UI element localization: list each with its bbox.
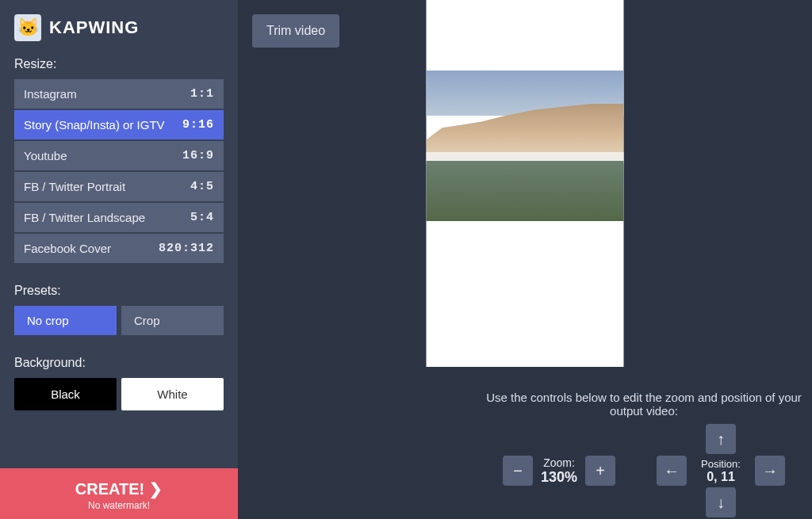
zoom-out-button[interactable]: − — [503, 456, 533, 486]
ratio-value: 16:9 — [182, 149, 214, 162]
hint-text: Use the controls below to edit the zoom … — [476, 391, 812, 418]
water-region — [427, 161, 624, 221]
main: Trim video Use the controls below to edi… — [238, 0, 812, 519]
arrow-down-icon: ↓ — [717, 494, 725, 512]
ratio-fb-twitter-portrait[interactable]: FB / Twitter Portrait 4:5 — [14, 172, 224, 201]
ratio-fb-twitter-landscape[interactable]: FB / Twitter Landscape 5:4 — [14, 203, 224, 232]
cat-icon: 🐱 — [17, 17, 39, 38]
video-canvas[interactable] — [427, 0, 624, 367]
ratio-label: Facebook Cover — [24, 242, 111, 255]
ratio-label: Story (Snap/Insta) or IGTV — [24, 118, 165, 132]
ratio-label: FB / Twitter Portrait — [24, 180, 125, 193]
create-main-row: CREATE! ❯ — [75, 479, 163, 498]
preset-crop[interactable]: Crop — [121, 306, 224, 335]
logo-icon: 🐱 — [14, 14, 41, 41]
controls: − Zoom: 130% + ↑ ← Position: 0, 11 → ↓ — [476, 424, 812, 517]
zoom-in-button[interactable]: + — [585, 456, 615, 486]
position-value: 0, 11 — [701, 470, 741, 484]
position-up-button[interactable]: ↑ — [706, 424, 736, 454]
background-white[interactable]: White — [121, 378, 224, 410]
background-label: Background: — [14, 356, 224, 370]
preset-no-crop[interactable]: No crop — [14, 306, 117, 335]
ratio-instagram[interactable]: Instagram 1:1 — [14, 79, 224, 109]
ratio-story-igtv[interactable]: Story (Snap/Insta) or IGTV 9:16 — [14, 110, 224, 139]
app-name: KAPWING — [49, 17, 139, 38]
position-label: Position: — [701, 458, 741, 470]
arrow-up-icon: ↑ — [717, 430, 725, 448]
zoom-controls: − Zoom: 130% + — [503, 456, 615, 486]
plus-icon: + — [596, 462, 605, 480]
background-black[interactable]: Black — [14, 378, 117, 410]
presets-label: Presets: — [14, 284, 224, 298]
resize-label: Resize: — [14, 57, 224, 71]
video-frame — [427, 71, 624, 221]
create-label: CREATE! — [75, 480, 144, 498]
ratio-value: 9:16 — [182, 118, 214, 132]
zoom-label: Zoom: — [541, 456, 577, 469]
ratio-youtube[interactable]: Youtube 16:9 — [14, 141, 224, 170]
zoom-value: 130% — [541, 469, 577, 486]
position-controls: ↑ ← Position: 0, 11 → ↓ — [657, 424, 785, 517]
preset-options: No crop Crop — [14, 306, 224, 335]
arrow-left-icon: ← — [664, 462, 680, 480]
sidebar: 🐱 KAPWING Resize: Instagram 1:1 Story (S… — [0, 0, 238, 519]
create-button[interactable]: CREATE! ❯ No watermark! — [0, 468, 238, 519]
logo[interactable]: 🐱 KAPWING — [14, 14, 224, 41]
zoom-readout: Zoom: 130% — [541, 456, 577, 486]
background-options: Black White — [14, 378, 224, 410]
position-right-button[interactable]: → — [755, 456, 785, 486]
ratio-label: FB / Twitter Landscape — [24, 211, 145, 224]
position-left-button[interactable]: ← — [657, 456, 687, 486]
ratio-facebook-cover[interactable]: Facebook Cover 820:312 — [14, 234, 224, 263]
ratio-value: 1:1 — [190, 87, 214, 101]
ratio-value: 5:4 — [190, 211, 214, 224]
ratio-value: 820:312 — [159, 242, 214, 255]
minus-icon: − — [513, 462, 523, 480]
position-readout: Position: 0, 11 — [701, 458, 741, 484]
ratio-value: 4:5 — [190, 180, 214, 193]
resize-options: Instagram 1:1 Story (Snap/Insta) or IGTV… — [14, 79, 224, 263]
ratio-label: Instagram — [24, 87, 77, 101]
ratio-label: Youtube — [24, 149, 67, 162]
chevron-right-icon: ❯ — [149, 479, 163, 498]
position-down-button[interactable]: ↓ — [706, 487, 736, 517]
create-subtitle: No watermark! — [0, 500, 238, 511]
trim-video-button[interactable]: Trim video — [252, 14, 339, 48]
arrow-right-icon: → — [762, 462, 778, 480]
